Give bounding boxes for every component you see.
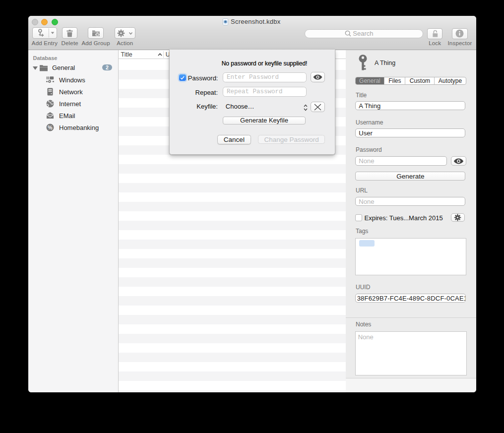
- svg-text:%: %: [48, 124, 53, 130]
